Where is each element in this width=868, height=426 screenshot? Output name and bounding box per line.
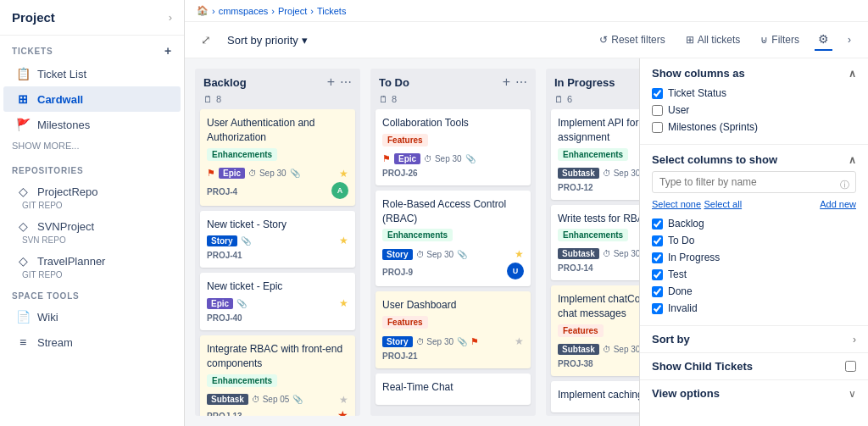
sidebar-item-ticket-list[interactable]: 📋 Ticket List [3,61,181,86]
star-icon[interactable]: ★ [339,297,348,309]
toolbar-right: ↺ Reset filters ⊞ All tickets ⊍ Filters … [594,29,856,51]
toolbar-left: ⤢ Sort by priority ▾ [197,30,313,50]
wiki-icon: 📄 [15,310,31,324]
ticket-id: PROJ-12 [558,183,593,192]
star-icon[interactable]: ★ [339,235,348,246]
checkbox-col-test-input[interactable] [652,269,663,280]
in-progress-count-icon: 🗒 [554,94,564,104]
ticket-id: PROJ-13 [207,412,242,416]
card-realtime[interactable]: Real-Time Chat [376,373,531,405]
sidebar-item-wiki[interactable]: 📄 Wiki [3,304,181,329]
subtask-badge: Subtask [207,394,248,405]
pin-icon[interactable]: › [169,11,172,24]
checkbox-col-todo-input[interactable] [652,235,663,246]
card-proj21-footer: Story ⏱ Sep 30 📎 ⚑ ★ [382,335,524,347]
star-icon[interactable]: ★ [339,394,348,406]
star-icon[interactable]: ★ [515,335,524,347]
reset-filters-button[interactable]: ↺ Reset filters [594,30,670,49]
sidebar-item-cardwall[interactable]: ⊞ Cardwall [3,86,181,112]
info-icon[interactable]: ⓘ [840,179,849,191]
card-proj12-tag: Enhancements [558,148,628,161]
todo-add-button[interactable]: + [503,75,510,89]
backlog-more-button[interactable]: ⋯ [340,75,352,89]
card-proj26-title: Collaboration Tools [382,116,524,130]
home-icon[interactable]: 🏠 [197,5,209,16]
card-proj4[interactable]: User Authentication and Authorization En… [200,109,355,206]
checkbox-ticket-status-input[interactable] [652,88,663,99]
card-proj14[interactable]: Write tests for RBAC f... Enhancements S… [551,205,639,281]
filters-button[interactable]: ⊍ Filters [755,30,804,49]
tickets-add-icon[interactable]: + [164,44,172,58]
star-icon[interactable]: ★ [515,248,524,260]
card-proj12[interactable]: Implement API for role assignment Enhanc… [551,109,639,200]
sort-by-priority-button[interactable]: Sort by priority ▾ [222,30,313,50]
date-text: ⏱ Sep 30 [416,250,453,259]
ticket-id: PROJ-40 [207,313,242,323]
svn-icon: ◇ [15,219,31,233]
card-proj40-footer: Epic 📎 ★ [207,297,348,309]
ticket-id: PROJ-21 [382,351,418,361]
checkbox-col-backlog: Backlog [652,215,856,232]
todo-count: 8 [392,94,397,104]
select-none-link[interactable]: Select none [652,199,701,209]
add-new-button[interactable]: Add new [820,199,856,209]
travel-planner-sub: GIT REPO [22,270,184,283]
card-cache[interactable]: Implement caching me... [551,381,639,412]
star-icon[interactable]: ★ [339,168,348,180]
select-columns-header[interactable]: Select columns to show ∧ [652,153,856,166]
in-progress-count-row: 🗒 6 [546,94,639,109]
show-child-checkbox[interactable] [845,361,856,372]
breadcrumb: 🏠 › cmmspaces › Project › Tickets [185,0,868,22]
epic-badge: Epic [394,153,420,164]
show-columns-section: Show columns as ∧ Ticket Status User Mil… [640,58,868,145]
card-proj21[interactable]: User Dashboard Features Story ⏱ Sep 30 📎… [376,291,531,368]
show-more-link[interactable]: SHOW MORE... [0,137,184,158]
checkbox-col-backlog-input[interactable] [652,219,663,230]
date-text: ⏱ Sep 05 [252,395,289,404]
svn-sub: SVN REPO [22,235,184,248]
column-backlog-title: Backlog [203,76,247,89]
story-badge: Story [382,336,413,347]
view-options-row[interactable]: View options ∨ [640,380,868,407]
todo-count-icon: 🗒 [379,94,388,104]
backlog-cards: User Authentication and Authorization En… [195,109,360,416]
sidebar-item-stream[interactable]: ≡ Stream [3,329,181,355]
breadcrumb-tickets[interactable]: Tickets [317,6,346,16]
checkbox-milestones-input[interactable] [652,122,663,133]
date-text: ⏱ Sep 30 [424,154,461,163]
card-proj26[interactable]: Collaboration Tools Features ⚑ Epic ⏱ Se… [376,109,531,185]
card-proj9[interactable]: Role-Based Access Control (RBAC) Enhance… [376,191,531,287]
select-all-link[interactable]: Select all [704,199,742,209]
subtask-badge: Subtask [558,344,599,355]
card-proj38[interactable]: Implement chatControl handle chat messag… [551,285,639,376]
checkbox-col-done-input[interactable] [652,286,663,297]
todo-more-button[interactable]: ⋯ [515,75,527,89]
settings-button[interactable]: ⚙ [815,29,832,51]
backlog-count-icon: 🗒 [203,94,213,104]
card-proj26-tag: Features [382,134,428,147]
checkbox-col-in-progress-input[interactable] [652,252,663,263]
checkbox-col-invalid-input[interactable] [652,303,663,314]
checkbox-user-input[interactable] [652,105,663,116]
forward-button[interactable]: › [843,30,856,49]
sidebar-item-milestones[interactable]: 🚩 Milestones [3,112,181,137]
column-filter-input[interactable] [652,171,856,193]
card-proj41[interactable]: New ticket - Story Story 📎 ★ PROJ-41 [200,211,355,268]
expand-button[interactable]: ⤢ [197,30,215,49]
card-proj40[interactable]: New ticket - Epic Epic 📎 ★ PROJ-40 [200,273,355,330]
clip-icon: 📎 [236,299,247,308]
checkbox-col-test: Test [652,266,856,283]
backlog-add-button[interactable]: + [327,75,335,89]
show-columns-header[interactable]: Show columns as ∧ [652,67,856,80]
card-proj9-footer: Story ⏱ Sep 30 📎 ★ [382,248,524,260]
breadcrumb-cmmspaces[interactable]: cmmspaces [219,6,269,16]
all-tickets-button[interactable]: ⊞ All tickets [681,30,746,49]
sort-arrow-icon: ▾ [302,34,308,47]
card-proj38-footer: Subtask ⏱ Sep 30 ⚑ [558,344,639,355]
flag-icon: ⚑ [382,153,391,164]
breadcrumb-project[interactable]: Project [278,6,307,16]
card-proj21-title: User Dashboard [382,298,524,313]
sort-by-row[interactable]: Sort by › [640,326,868,353]
card-proj13[interactable]: Integrate RBAC with front-end components… [200,335,355,416]
ticket-id: PROJ-14 [558,263,593,273]
